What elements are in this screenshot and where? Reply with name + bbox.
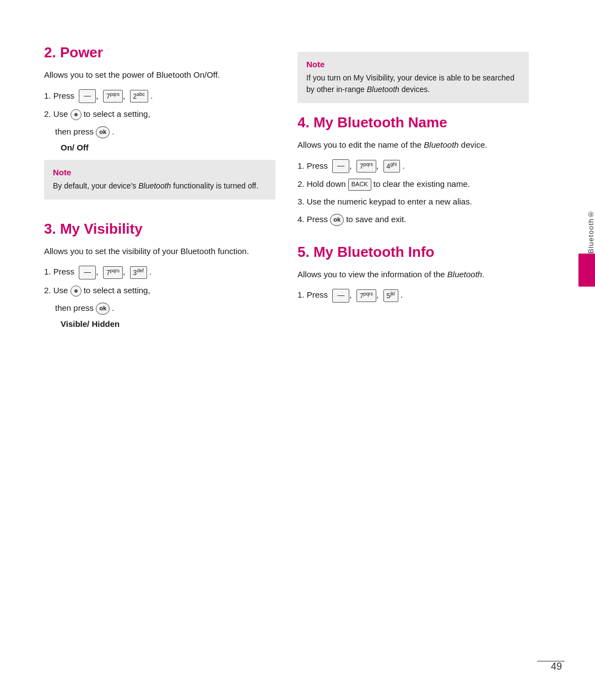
key-dash-n1: —	[332, 159, 349, 173]
power-option: On/ Off	[61, 143, 275, 152]
key-back-n2: BACK	[348, 179, 371, 191]
power-step1: 1. Press —, 7pqrs, 2abc .	[44, 89, 275, 103]
section-bt-info: 5. My Bluetooth Info Allows you to view …	[298, 244, 529, 303]
visibility-step2-cont: then press ok .	[55, 301, 275, 315]
visibility-step2: 2. Use to select a setting,	[44, 284, 275, 297]
section-visibility: 3. My Visibility Allows you to set the v…	[44, 220, 275, 329]
right-column: Note If you turn on My Visibility, your …	[298, 44, 529, 656]
key-5jkl-i1: 5jkl	[383, 289, 398, 302]
key-ok-v2: ok	[96, 303, 110, 315]
name-note-text: If you turn on My Visibility, your devic…	[306, 72, 520, 95]
name-note-title: Note	[306, 60, 520, 69]
btname-step2: 2. Hold down BACK to clear the existing …	[298, 177, 529, 191]
sidebar-accent	[578, 254, 595, 287]
key-ok-n4: ok	[330, 214, 344, 226]
section-bt-name-title: 4. My Bluetooth Name	[298, 114, 529, 131]
section-bt-name: 4. My Bluetooth Name Allows you to edit …	[298, 114, 529, 226]
section-visibility-title: 3. My Visibility	[44, 220, 275, 238]
section-bt-info-title: 5. My Bluetooth Info	[298, 244, 529, 261]
nav-icon-1	[71, 109, 82, 120]
main-content: 2. Power Allows you to set the power of …	[0, 0, 573, 700]
section-bt-info-desc: Allows you to view the information of th…	[298, 268, 529, 281]
left-column: 2. Power Allows you to set the power of …	[44, 44, 275, 656]
section-bt-name-desc: Allows you to edit the name of the Bluet…	[298, 139, 529, 152]
key-7pqrs-i1: 7pqrs	[356, 289, 376, 302]
section-power-title: 2. Power	[44, 44, 275, 61]
nav-icon-v2	[71, 286, 82, 297]
key-dash-1: —	[79, 89, 96, 103]
page-number: 49	[551, 661, 562, 672]
key-7pqrs-n1: 7pqrs	[356, 160, 376, 173]
key-4ghi-n1: 4ghi	[383, 160, 401, 173]
visibility-option: Visible/ Hidden	[61, 319, 275, 329]
key-7pqrs-v1: 7pqrs	[103, 266, 123, 279]
section-power-desc: Allows you to set the power of Bluetooth…	[44, 69, 275, 82]
btname-step4: 4. Press ok to save and exit.	[298, 213, 529, 226]
section-power: 2. Power Allows you to set the power of …	[44, 44, 275, 200]
visibility-step1: 1. Press —, 7pqrs, 3def .	[44, 265, 275, 279]
key-dash-i1: —	[332, 289, 349, 303]
name-note-box: Note If you turn on My Visibility, your …	[298, 52, 529, 103]
key-2abc-1: 2abc	[130, 90, 148, 103]
btinfo-step1: 1. Press —, 7pqrs, 5jkl .	[298, 288, 529, 302]
power-step2: 2. Use to select a setting,	[44, 107, 275, 121]
page-container: 2. Power Allows you to set the power of …	[0, 0, 595, 700]
key-3def-v1: 3def	[130, 266, 147, 279]
power-note-text: By default, your device's Bluetooth func…	[53, 180, 267, 192]
key-dash-v1: —	[79, 266, 96, 279]
section-visibility-desc: Allows you to set the visibility of your…	[44, 245, 275, 258]
sidebar-label: Bluetooth®	[587, 209, 595, 254]
key-7pqrs-1: 7pqrs	[103, 90, 123, 103]
key-ok-1: ok	[96, 126, 110, 138]
btname-step3: 3. Use the numeric keypad to enter a new…	[298, 195, 529, 208]
power-note-title: Note	[53, 168, 267, 177]
power-note-box: Note By default, your device's Bluetooth…	[44, 160, 275, 200]
sidebar: Bluetooth®	[573, 0, 595, 700]
power-step2-cont: then press ok .	[55, 125, 275, 138]
btname-step1: 1. Press —, 7pqrs, 4ghi .	[298, 159, 529, 173]
